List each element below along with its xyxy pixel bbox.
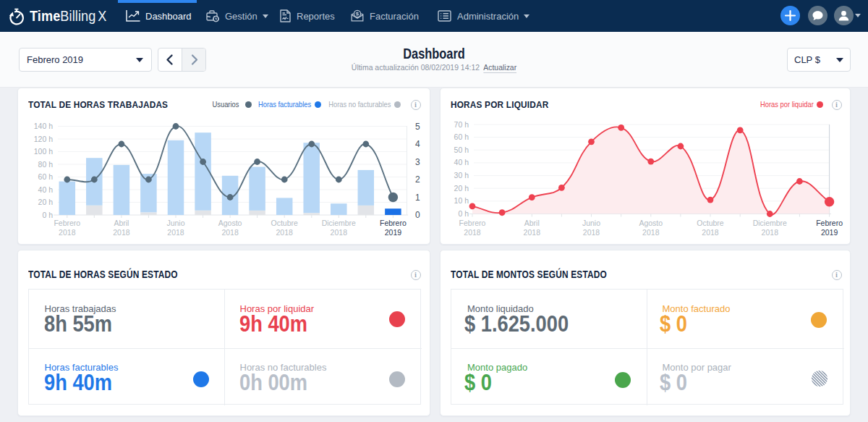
svg-text:Junio: Junio xyxy=(582,219,600,227)
svg-text:Abril: Abril xyxy=(524,219,540,227)
svg-text:0: 0 xyxy=(415,210,420,220)
svg-text:Diciembre: Diciembre xyxy=(322,219,356,227)
svg-text:Octubre: Octubre xyxy=(271,219,299,227)
svg-text:2018: 2018 xyxy=(276,228,294,237)
svg-text:40 h: 40 h xyxy=(454,158,469,166)
svg-text:Agosto: Agosto xyxy=(218,219,242,227)
svg-text:0 h: 0 h xyxy=(42,211,53,219)
svg-text:30 h: 30 h xyxy=(454,171,469,180)
svg-text:2018: 2018 xyxy=(583,228,600,237)
svg-text:100 h: 100 h xyxy=(34,147,53,156)
svg-text:2018: 2018 xyxy=(762,228,779,237)
svg-text:2019: 2019 xyxy=(821,228,838,237)
svg-text:4: 4 xyxy=(415,139,420,149)
svg-text:2018: 2018 xyxy=(59,228,76,237)
svg-text:10 h: 10 h xyxy=(454,196,469,205)
svg-text:Junio: Junio xyxy=(166,219,184,227)
svg-text:2018: 2018 xyxy=(331,228,348,237)
svg-text:Octubre: Octubre xyxy=(697,219,724,227)
svg-text:2018: 2018 xyxy=(167,228,184,237)
svg-text:Febrero: Febrero xyxy=(380,219,407,227)
svg-text:140 h: 140 h xyxy=(34,122,53,130)
svg-text:70 h: 70 h xyxy=(454,120,469,129)
svg-text:2019: 2019 xyxy=(385,228,402,237)
svg-text:2: 2 xyxy=(415,174,420,185)
svg-text:Abril: Abril xyxy=(114,219,129,227)
svg-text:60 h: 60 h xyxy=(38,172,54,181)
svg-text:60 h: 60 h xyxy=(454,132,469,141)
svg-text:1: 1 xyxy=(415,193,420,203)
svg-text:3: 3 xyxy=(415,157,420,167)
svg-text:40 h: 40 h xyxy=(38,185,54,194)
svg-text:2018: 2018 xyxy=(464,228,481,237)
svg-text:120 h: 120 h xyxy=(34,135,53,143)
svg-text:2018: 2018 xyxy=(221,228,239,237)
svg-text:5: 5 xyxy=(415,122,420,132)
svg-text:20 h: 20 h xyxy=(38,198,54,206)
svg-text:Febrero: Febrero xyxy=(459,219,486,227)
svg-text:Febrero: Febrero xyxy=(816,219,843,227)
svg-text:2018: 2018 xyxy=(524,228,541,237)
svg-text:2018: 2018 xyxy=(113,228,130,237)
svg-text:50 h: 50 h xyxy=(454,145,469,154)
svg-text:0 h: 0 h xyxy=(458,209,469,218)
svg-text:2018: 2018 xyxy=(702,228,719,237)
svg-text:20 h: 20 h xyxy=(454,184,469,193)
svg-text:Agosto: Agosto xyxy=(639,219,663,227)
svg-text:2018: 2018 xyxy=(642,228,660,237)
svg-text:Febrero: Febrero xyxy=(54,219,80,227)
svg-text:Diciembre: Diciembre xyxy=(753,219,787,227)
svg-text:80 h: 80 h xyxy=(38,160,54,169)
